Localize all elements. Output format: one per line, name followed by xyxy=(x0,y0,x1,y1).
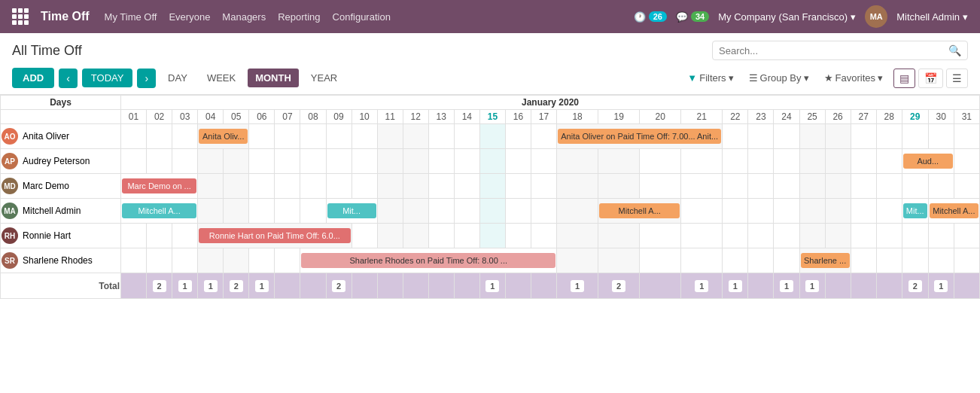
tab-month[interactable]: MONTH xyxy=(248,69,299,87)
calendar-cell xyxy=(954,224,979,248)
chevron-down-icon: ▾ xyxy=(963,11,968,23)
calendar-cell[interactable]: Anita Oliver on Paid Time Off: 7.00... A… xyxy=(557,124,723,149)
calendar-view-btn[interactable]: 📅 xyxy=(918,69,943,88)
calendar-table: Days January 2020 01 02 03 04 05 06 07 0… xyxy=(0,95,980,299)
menu-managers[interactable]: Managers xyxy=(222,11,266,23)
calendar-cell[interactable]: Marc Demo on ... xyxy=(121,174,198,199)
calendar-cell xyxy=(505,224,531,248)
menu-my-time-off[interactable]: My Time Off xyxy=(105,11,157,23)
user-menu-btn[interactable]: Mitchell Admin ▾ xyxy=(896,11,968,23)
calendar-cell xyxy=(505,124,531,149)
chevron-down-icon: ▾ xyxy=(804,72,809,84)
calendar-cell xyxy=(224,199,249,224)
event-block[interactable]: Mitchell A... xyxy=(599,203,680,218)
tab-year[interactable]: YEAR xyxy=(303,69,345,87)
menu-configuration[interactable]: Configuration xyxy=(333,11,391,23)
chat-notification-btn[interactable]: 💬 34 xyxy=(676,11,709,23)
company-selector[interactable]: My Company (San Francisco) ▾ xyxy=(718,11,856,23)
calendar-cell xyxy=(851,149,876,174)
event-block[interactable]: Mit... xyxy=(327,203,376,218)
calendar-cell xyxy=(557,199,598,224)
calendar-cell[interactable]: Mitchell A... xyxy=(121,199,198,224)
clock-icon: 🕐 xyxy=(634,11,646,23)
app-grid-icon[interactable] xyxy=(12,8,26,25)
calendar-cell xyxy=(723,124,748,149)
calendar-cell[interactable]: Mit... xyxy=(326,199,377,224)
calendar-cell xyxy=(479,124,505,149)
calendar-cell[interactable]: Aud... xyxy=(902,149,954,174)
total-cell xyxy=(454,273,479,299)
next-button[interactable]: › xyxy=(137,69,156,88)
total-cell: 1 xyxy=(774,273,799,299)
total-count-badge: 1 xyxy=(695,280,708,292)
calendar-cell[interactable]: Mit... xyxy=(902,199,928,224)
search-input[interactable] xyxy=(719,45,948,56)
tab-week[interactable]: WEEK xyxy=(199,69,243,87)
event-block[interactable]: Mitchell A... xyxy=(122,203,196,218)
calendar-cell xyxy=(249,149,275,174)
event-block[interactable]: Mitchell A... xyxy=(930,203,978,218)
calendar-cell xyxy=(531,124,557,149)
total-cell: 1 xyxy=(479,273,505,299)
total-count-badge: 1 xyxy=(780,280,793,292)
calendar-cell xyxy=(454,149,479,174)
calendar-cell xyxy=(774,199,799,224)
list-view-btn[interactable]: ▤ xyxy=(893,69,915,88)
filters-button[interactable]: ▼ Filters ▾ xyxy=(683,69,738,87)
user-avatar[interactable]: MA xyxy=(865,5,887,28)
calendar-cell[interactable]: Sharlene ... xyxy=(799,248,851,273)
prev-button[interactable]: ‹ xyxy=(59,69,78,88)
day-22: 22 xyxy=(723,110,748,124)
calendar-cell[interactable]: Ronnie Hart on Paid Time Off: 6.0... xyxy=(198,224,352,248)
group-by-button[interactable]: ☰ Group By ▾ xyxy=(744,69,814,87)
calendar-cell xyxy=(598,174,640,199)
calendar-cell xyxy=(681,224,723,248)
calendar-cell xyxy=(825,224,851,248)
menu-everyone[interactable]: Everyone xyxy=(169,11,210,23)
calendar-cell xyxy=(454,174,479,199)
calendar-cell xyxy=(326,174,352,199)
calendar-cell xyxy=(825,174,851,199)
event-block[interactable]: Aud... xyxy=(903,154,953,169)
person-name-cell: RH Ronnie Hart xyxy=(1,224,121,248)
calendar-cell xyxy=(825,149,851,174)
calendar-cell xyxy=(403,124,428,149)
total-count-badge: 1 xyxy=(729,280,742,292)
tab-day[interactable]: DAY xyxy=(160,69,195,87)
add-button[interactable]: ADD xyxy=(12,68,54,88)
calendar-cell[interactable]: Mitchell A... xyxy=(928,199,979,224)
avatar: AO xyxy=(2,128,18,145)
event-block[interactable]: Sharlene Rhodes on Paid Time Off: 8.00 .… xyxy=(301,253,555,268)
event-block[interactable]: Sharlene ... xyxy=(801,253,850,268)
event-block[interactable]: Ronnie Hart on Paid Time Off: 6.0... xyxy=(199,228,350,243)
calendar-cell xyxy=(198,149,224,174)
avatar: MA xyxy=(2,203,18,219)
day-19: 19 xyxy=(598,110,640,124)
day-10: 10 xyxy=(352,110,377,124)
month-header-row: Days January 2020 xyxy=(1,96,980,110)
calendar-cell xyxy=(557,248,598,273)
calendar-cell xyxy=(454,199,479,224)
calendar-cell xyxy=(954,174,979,199)
menu-reporting[interactable]: Reporting xyxy=(278,11,320,23)
event-block[interactable]: Mit... xyxy=(903,203,927,218)
day-03: 03 xyxy=(172,110,198,124)
today-button[interactable]: TODAY xyxy=(82,69,133,87)
filter-icon: ▼ xyxy=(687,72,697,84)
event-block[interactable]: Anita Oliv... xyxy=(199,129,248,144)
calendar-cell[interactable]: Sharlene Rhodes on Paid Time Off: 8.00 .… xyxy=(300,248,557,273)
total-cell: 1 xyxy=(681,273,723,299)
grid-view-btn[interactable]: ☰ xyxy=(946,69,968,88)
top-nav: Time Off My Time Off Everyone Managers R… xyxy=(0,0,980,33)
clock-notification-btn[interactable]: 🕐 26 xyxy=(634,11,667,23)
calendar-cell xyxy=(928,124,954,149)
calendar-body: AO Anita Oliver Anita Oliv...Anita Olive… xyxy=(1,124,980,299)
event-block[interactable]: Anita Oliver on Paid Time Off: 7.00... A… xyxy=(558,129,721,144)
favorites-button[interactable]: ★ Favorites ▾ xyxy=(820,69,887,87)
calendar-cell[interactable]: Mitchell A... xyxy=(598,199,681,224)
total-cell: 2 xyxy=(902,273,928,299)
event-block[interactable]: Marc Demo on ... xyxy=(122,178,196,193)
company-name: My Company (San Francisco) xyxy=(718,11,848,23)
calendar-cell[interactable]: Anita Oliv... xyxy=(198,124,249,149)
total-count-badge: 1 xyxy=(204,280,218,292)
